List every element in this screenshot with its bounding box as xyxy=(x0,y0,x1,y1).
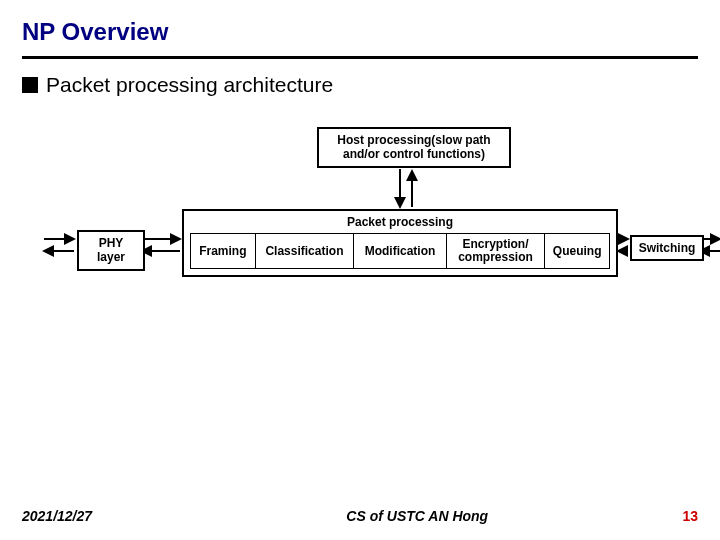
footer-center: CS of USTC AN Hong xyxy=(92,508,682,524)
subtitle-row: Packet processing architecture xyxy=(22,73,698,97)
slide-title: NP Overview xyxy=(22,18,698,46)
footer-date: 2021/12/27 xyxy=(22,508,92,524)
stage-queuing: Queuing xyxy=(545,233,610,269)
phy-line1: PHY xyxy=(81,236,141,250)
host-line2: and/or control functions) xyxy=(325,147,503,161)
switching-box: Switching xyxy=(630,235,704,261)
phy-layer-box: PHY layer xyxy=(77,230,145,271)
subtitle: Packet processing architecture xyxy=(46,73,333,97)
square-bullet-icon xyxy=(22,77,38,93)
stage-modification: Modification xyxy=(354,233,447,269)
packet-processing-label: Packet processing xyxy=(190,215,610,229)
stage-encryption: Encryption/ compression xyxy=(447,233,546,269)
encryption-line2: compression xyxy=(458,251,533,264)
stage-framing: Framing xyxy=(190,233,256,269)
diagram-area: Host processing(slow path and/or control… xyxy=(22,127,698,327)
phy-line2: layer xyxy=(81,250,141,264)
stage-grid: Framing Classification Modification Encr… xyxy=(190,233,610,269)
stage-classification: Classification xyxy=(256,233,355,269)
packet-processing-box: Packet processing Framing Classification… xyxy=(182,209,618,277)
host-processing-box: Host processing(slow path and/or control… xyxy=(317,127,511,168)
footer-page-number: 13 xyxy=(682,508,698,524)
title-divider xyxy=(22,56,698,59)
host-line1: Host processing(slow path xyxy=(325,133,503,147)
footer: 2021/12/27 CS of USTC AN Hong 13 xyxy=(22,508,698,524)
